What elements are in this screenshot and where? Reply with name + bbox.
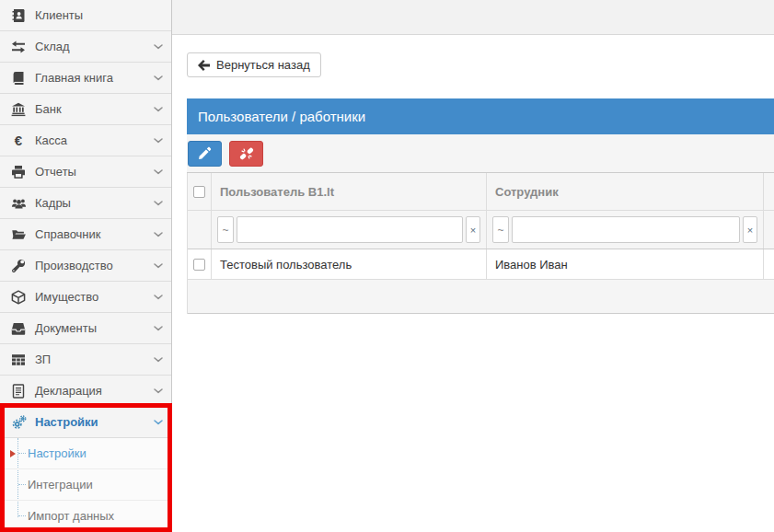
bank-icon bbox=[9, 102, 28, 117]
sidebar-item-payroll[interactable]: ЗП bbox=[0, 344, 171, 376]
row-select-cell bbox=[188, 249, 212, 279]
chevron-down-icon bbox=[154, 232, 163, 237]
broken-link-icon bbox=[239, 146, 254, 161]
panel-toolbar bbox=[187, 134, 774, 173]
sidebar-item-hr[interactable]: Кадры bbox=[0, 188, 171, 219]
table-filter-row: ~ × ~ × bbox=[188, 211, 774, 249]
sidebar-item-label: Касса bbox=[35, 133, 154, 147]
table-header-row: Пользователь B1.lt Сотрудник bbox=[188, 173, 774, 211]
sidebar-item-production[interactable]: Производство bbox=[0, 250, 171, 282]
filter-operator-button[interactable]: ~ bbox=[492, 216, 509, 243]
chevron-down-icon bbox=[154, 388, 163, 394]
submenu-item-data-import[interactable]: Импорт данных bbox=[0, 500, 171, 531]
submenu-item-settings[interactable]: Настройки bbox=[0, 438, 171, 468]
panel-header: Пользователи / работники bbox=[187, 98, 774, 134]
users-table: Пользователь B1.lt Сотрудник ~ × bbox=[187, 173, 774, 314]
active-triangle-icon bbox=[10, 450, 16, 457]
chevron-down-icon bbox=[154, 107, 163, 112]
sidebar-item-label: Производство bbox=[35, 259, 154, 272]
print-icon bbox=[9, 165, 28, 179]
filter-cell-user: ~ × bbox=[212, 211, 487, 249]
filter-cell-employee: ~ × bbox=[487, 211, 764, 249]
filter-filler-cell bbox=[764, 211, 774, 249]
sidebar-item-label: Кадры bbox=[35, 196, 154, 210]
sidebar-item-label: Настройки bbox=[35, 415, 154, 429]
chevron-down-icon bbox=[154, 75, 163, 81]
select-all-cell bbox=[188, 173, 212, 210]
folder-open-icon bbox=[9, 227, 28, 242]
sidebar: Клиенты Склад Главная книга Банк € Касса bbox=[0, 0, 172, 532]
cell-employee: Иванов Иван bbox=[487, 249, 764, 279]
euro-icon: € bbox=[9, 133, 28, 147]
main-content: Вернуться назад Пользователи / работники bbox=[172, 0, 774, 532]
filter-spacer-cell bbox=[188, 211, 212, 249]
filter-clear-button[interactable]: × bbox=[466, 216, 480, 243]
sidebar-item-cash[interactable]: € Касса bbox=[0, 125, 171, 156]
column-header-user[interactable]: Пользователь B1.lt bbox=[212, 173, 487, 210]
sidebar-item-label: Имущество bbox=[35, 290, 154, 304]
sidebar-item-label: Склад bbox=[35, 40, 154, 53]
sidebar-item-assets[interactable]: Имущество bbox=[0, 282, 171, 313]
sidebar-item-documents[interactable]: Документы bbox=[0, 313, 171, 344]
top-bar bbox=[172, 0, 774, 35]
submenu-item-integrations[interactable]: Интеграции bbox=[0, 468, 171, 500]
filter-clear-button[interactable]: × bbox=[743, 216, 757, 243]
submenu-item-label: Настройки bbox=[28, 446, 87, 460]
table-footer bbox=[188, 280, 774, 314]
pencil-icon bbox=[198, 146, 212, 160]
file-text-icon bbox=[9, 384, 28, 399]
header-filler-cell bbox=[764, 173, 774, 210]
inbox-icon bbox=[9, 321, 28, 336]
sidebar-item-settings[interactable]: Настройки bbox=[0, 407, 171, 438]
settings-submenu: Настройки Интеграции Импорт данных bbox=[0, 438, 171, 531]
unlink-button[interactable] bbox=[229, 141, 263, 167]
chevron-down-icon bbox=[154, 326, 163, 331]
sidebar-item-label: Декларация bbox=[35, 384, 154, 398]
filter-operator-button[interactable]: ~ bbox=[217, 216, 234, 243]
chevron-down-icon bbox=[154, 44, 163, 50]
chevron-down-icon bbox=[154, 138, 163, 144]
sidebar-item-directory[interactable]: Справочник bbox=[0, 219, 171, 250]
gears-icon bbox=[9, 415, 28, 430]
sidebar-item-reports[interactable]: Отчеты bbox=[0, 156, 171, 188]
row-checkbox[interactable] bbox=[193, 259, 205, 271]
book-icon bbox=[9, 71, 28, 86]
edit-button[interactable] bbox=[188, 141, 222, 167]
sidebar-item-declaration[interactable]: Декларация bbox=[0, 376, 171, 407]
sidebar-item-label: Банк bbox=[35, 102, 154, 116]
back-button-label: Вернуться назад bbox=[216, 58, 310, 72]
submenu-item-label: Импорт данных bbox=[28, 509, 114, 523]
chevron-down-icon bbox=[154, 420, 163, 425]
sidebar-item-label: Справочник bbox=[35, 227, 154, 241]
back-button[interactable]: Вернуться назад bbox=[187, 52, 321, 77]
users-icon bbox=[9, 196, 28, 211]
sidebar-item-label: ЗП bbox=[35, 353, 154, 366]
sidebar-item-warehouse[interactable]: Склад bbox=[0, 31, 171, 63]
sidebar-item-bank[interactable]: Банк bbox=[0, 94, 171, 125]
exchange-icon bbox=[9, 40, 28, 54]
select-all-checkbox[interactable] bbox=[193, 186, 205, 198]
filter-input-employee[interactable] bbox=[512, 216, 740, 243]
row-filler-cell bbox=[764, 249, 774, 279]
filter-input-user[interactable] bbox=[237, 216, 463, 243]
sidebar-item-label: Главная книга bbox=[35, 71, 154, 85]
sidebar-item-label: Документы bbox=[35, 321, 154, 335]
chevron-down-icon bbox=[154, 295, 163, 300]
chevron-down-icon bbox=[154, 357, 163, 363]
column-header-employee[interactable]: Сотрудник bbox=[487, 173, 764, 210]
cell-user: Тестовый пользователь bbox=[212, 249, 487, 279]
sidebar-item-clients[interactable]: Клиенты bbox=[0, 0, 171, 31]
chevron-down-icon bbox=[154, 201, 163, 206]
chevron-down-icon bbox=[154, 169, 163, 175]
cube-icon bbox=[9, 290, 28, 305]
wrench-icon bbox=[9, 259, 28, 273]
sidebar-item-label: Клиенты bbox=[35, 8, 163, 22]
sidebar-item-label: Отчеты bbox=[35, 165, 154, 179]
arrow-left-icon bbox=[198, 60, 210, 71]
submenu-item-label: Интеграции bbox=[28, 478, 93, 492]
address-book-icon bbox=[9, 8, 28, 23]
sidebar-item-general-ledger[interactable]: Главная книга bbox=[0, 63, 171, 94]
users-panel: Пользователи / работники Пользователь bbox=[187, 98, 774, 314]
table-icon bbox=[9, 353, 28, 367]
table-row[interactable]: Тестовый пользователь Иванов Иван bbox=[188, 249, 774, 280]
